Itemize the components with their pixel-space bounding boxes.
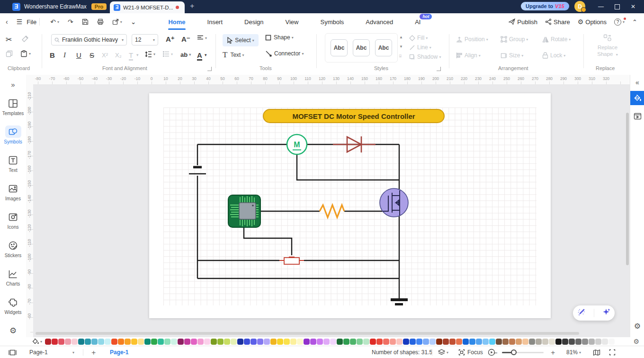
- color-swatch[interactable]: [443, 339, 449, 345]
- potentiometer-symbol[interactable]: [279, 257, 304, 264]
- color-swatch[interactable]: [290, 339, 296, 345]
- color-swatch[interactable]: [449, 339, 456, 345]
- color-swatch[interactable]: [317, 339, 323, 345]
- collapse-toolbar-icon[interactable]: ⌄: [131, 18, 136, 26]
- color-swatch[interactable]: [158, 339, 164, 345]
- color-swatch[interactable]: [164, 339, 170, 345]
- color-swatch[interactable]: [151, 339, 157, 345]
- expand-sidebar-button[interactable]: »: [0, 81, 26, 89]
- zoom-slider-thumb[interactable]: [511, 349, 517, 355]
- tab-design[interactable]: Design: [244, 13, 263, 30]
- color-swatch[interactable]: [277, 339, 283, 345]
- sidebar-item-images[interactable]: Images: [0, 182, 26, 201]
- styles-down-icon[interactable]: ▼: [399, 45, 403, 49]
- color-swatch[interactable]: [463, 339, 469, 345]
- line-spacing-icon[interactable]: ▾: [145, 51, 155, 57]
- line-button[interactable]: Line▾: [409, 44, 431, 51]
- fullscreen-button[interactable]: [609, 346, 616, 358]
- zoom-out-button[interactable]: −: [493, 346, 498, 358]
- subscript-button[interactable]: X₂: [115, 52, 122, 59]
- color-swatch[interactable]: [211, 339, 217, 345]
- text-align-icon[interactable]: ▾: [197, 35, 207, 41]
- color-swatch[interactable]: [476, 339, 482, 345]
- color-swatch[interactable]: [608, 339, 615, 345]
- color-swatch[interactable]: [602, 339, 608, 345]
- underline-button[interactable]: U: [76, 51, 81, 59]
- color-swatch[interactable]: [250, 339, 257, 345]
- color-swatch[interactable]: [171, 339, 177, 345]
- expand-panel-button[interactable]: «: [630, 75, 644, 86]
- fill-button[interactable]: Fill▾: [409, 35, 428, 41]
- color-swatch[interactable]: [244, 339, 250, 345]
- text-style-ab-button[interactable]: ab▾: [180, 51, 191, 58]
- color-swatch[interactable]: [144, 339, 151, 345]
- font-color-caret[interactable]: ▾: [205, 53, 207, 57]
- publish-button[interactable]: Publish: [509, 18, 537, 26]
- select-tool-button[interactable]: Select▾: [223, 34, 259, 46]
- color-swatch[interactable]: [350, 339, 356, 345]
- diode-symbol[interactable]: [333, 136, 376, 152]
- bullet-list-icon[interactable]: ▾: [163, 51, 173, 57]
- lock-button[interactable]: Lock▾: [542, 52, 565, 59]
- styles-more-icon[interactable]: ⍗: [399, 54, 402, 59]
- increase-font-icon[interactable]: A⁺: [166, 35, 175, 44]
- minimize-button[interactable]: —: [593, 0, 609, 13]
- tab-insert[interactable]: Insert: [207, 13, 223, 30]
- sidebar-item-templates[interactable]: Templates: [0, 97, 26, 116]
- color-swatch[interactable]: [423, 339, 429, 345]
- tab-advanced[interactable]: Advanced: [366, 13, 393, 30]
- shape-tool-button[interactable]: Shape▾: [265, 34, 294, 41]
- vertical-scrollbar[interactable]: [626, 113, 629, 265]
- color-swatch[interactable]: [85, 339, 91, 345]
- fill-color-picker-button[interactable]: ▾: [32, 338, 42, 345]
- color-swatch[interactable]: [204, 339, 210, 345]
- color-swatch[interactable]: [337, 339, 343, 345]
- color-swatch[interactable]: [582, 339, 588, 345]
- slideshow-panel-button[interactable]: [630, 113, 644, 122]
- styles-up-icon[interactable]: ▲: [399, 35, 403, 39]
- battery-symbol[interactable]: [189, 167, 206, 174]
- superscript-button[interactable]: X²: [102, 52, 108, 59]
- mosfet-symbol[interactable]: [380, 188, 408, 217]
- new-tab-button[interactable]: ＋: [188, 1, 196, 10]
- hamburger-menu-icon[interactable]: ☰: [17, 18, 23, 26]
- zoom-in-button[interactable]: ＋: [549, 346, 556, 358]
- save-button[interactable]: [82, 18, 89, 25]
- color-swatch[interactable]: [575, 339, 581, 345]
- color-swatch[interactable]: [78, 339, 84, 345]
- color-swatch[interactable]: [436, 339, 442, 345]
- styles-group-expand-icon[interactable]: [437, 67, 441, 71]
- document-tab[interactable]: Ǝ W21-9 MOFSET-D...: [110, 1, 185, 13]
- user-avatar[interactable]: D: [574, 1, 585, 12]
- color-swatch[interactable]: [105, 339, 111, 345]
- panel-settings-button[interactable]: ⚙: [630, 322, 644, 331]
- color-swatch[interactable]: [65, 339, 71, 345]
- color-swatch[interactable]: [297, 339, 303, 345]
- color-swatch[interactable]: [489, 339, 495, 345]
- font-size-select[interactable]: 12▾: [132, 34, 158, 45]
- color-swatch[interactable]: [376, 339, 383, 345]
- text-highlight-caret[interactable]: ▾: [136, 53, 139, 57]
- font-color-button[interactable]: A: [197, 51, 202, 61]
- sidebar-settings-button[interactable]: ⚙: [0, 326, 26, 336]
- color-swatch[interactable]: [549, 339, 555, 345]
- color-swatch[interactable]: [330, 339, 336, 345]
- sidebar-item-charts[interactable]: Charts: [0, 268, 26, 286]
- back-button[interactable]: ‹: [6, 18, 8, 26]
- color-swatch[interactable]: [410, 339, 416, 345]
- collapse-ribbon-button[interactable]: ⌃: [632, 18, 637, 26]
- layers-button[interactable]: ▾: [438, 346, 448, 358]
- focus-button[interactable]: Focus: [458, 346, 483, 358]
- color-swatch[interactable]: [138, 339, 144, 345]
- format-panel-button[interactable]: [630, 91, 644, 105]
- sidebar-item-symbols[interactable]: Symbols: [0, 125, 26, 144]
- close-button[interactable]: ✕: [625, 0, 641, 13]
- color-swatch[interactable]: [456, 339, 462, 345]
- color-swatch[interactable]: [555, 339, 562, 345]
- color-swatch[interactable]: [284, 339, 290, 345]
- shadow-button[interactable]: Shadow▾: [409, 54, 441, 60]
- color-swatch[interactable]: [304, 339, 310, 345]
- share-button[interactable]: Share: [545, 18, 570, 26]
- size-button[interactable]: Size▾: [501, 52, 523, 59]
- print-button[interactable]: [97, 18, 104, 25]
